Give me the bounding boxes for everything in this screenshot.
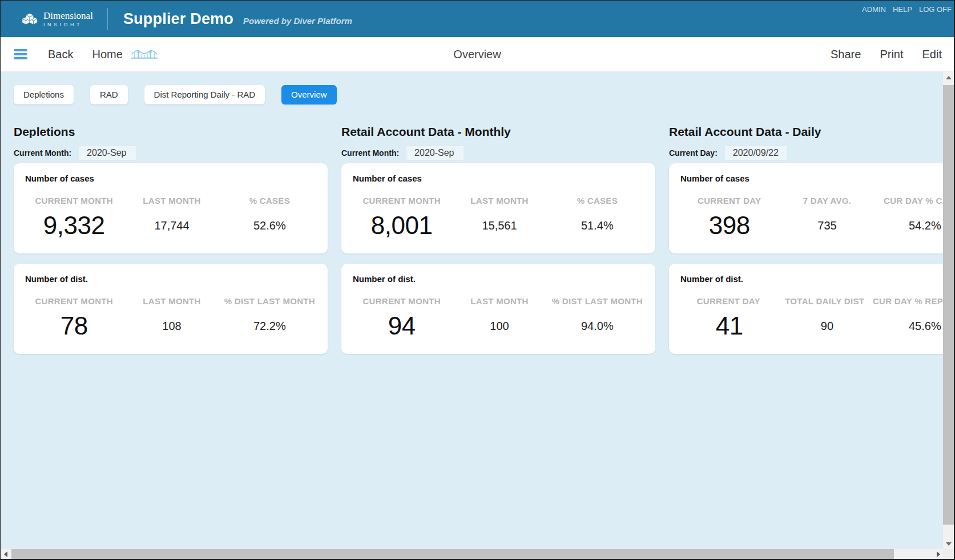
metric-headers: CURRENT DAY7 DAY AVG.CUR DAY % CASES [680,196,943,206]
metric-label: CURRENT DAY [680,296,776,306]
metric-label: CUR DAY % REPORTED [873,296,943,306]
metric-label: CURRENT DAY [680,196,778,206]
metric-headers: CURRENT DAYTOTAL DAILY DISTCUR DAY % REP… [680,296,943,306]
edit-button[interactable]: Edit [922,48,942,61]
metric-values: 419045.6% [680,308,943,344]
metric-label: CURRENT MONTH [353,296,450,306]
vertical-scrollbar-thumb[interactable] [943,85,954,525]
metric-label: LAST MONTH [123,196,220,206]
home-button[interactable]: Home [92,48,122,61]
period-selector-row: Current Month:2020-Sep [341,146,655,160]
metric-value: 54.2% [876,219,943,232]
vertical-scrollbar[interactable] [943,72,954,549]
card-title: Number of dist. [680,274,943,284]
metric-label: LAST MONTH [450,296,548,306]
stacked-cubes-icon [21,11,38,27]
dimensional-insight-logo: Dimensional INSIGHT [21,11,93,27]
card-title: Number of cases [25,174,319,183]
period-label: Current Month: [14,148,71,158]
scroll-right-button[interactable] [933,549,943,559]
metric-label: CURRENT MONTH [25,196,123,206]
period-selector-row: Current Day:2020/09/22 [669,146,943,160]
metric-headers: CURRENT MONTHLAST MONTH% DIST LAST MONTH [25,296,319,306]
metric-value: 735 [778,219,876,232]
period-label: Current Month: [341,148,399,158]
breadcrumb-dist-reporting-daily-rad[interactable]: Dist Reporting Daily - RAD [144,85,265,104]
metric-label: CURRENT MONTH [25,296,123,306]
metric-values: 39873554.2% [680,208,943,243]
metric-values: 9410094.0% [353,308,646,344]
header-link-log-off[interactable]: LOG OFF [919,5,952,14]
metric-value: 15,561 [450,219,548,232]
card-title: Number of cases [353,174,646,183]
scroll-down-button[interactable] [943,538,954,549]
horizontal-scrollbar[interactable] [1,549,943,559]
navbar: Back Home Overview SharePrintEdit [1,37,954,72]
app-title: Supplier Demo [123,10,233,28]
bridge-icon[interactable] [131,48,158,61]
breadcrumb-rad[interactable]: RAD [90,85,128,104]
metric-value: 45.6% [876,320,943,333]
admin-links: ADMINHELPLOG OFF [862,5,952,14]
metric-label: 7 DAY AVG. [778,196,876,206]
period-value-select[interactable]: 2020/09/22 [725,146,787,160]
card-title: Number of dist. [353,274,646,284]
metric-card-number-of-dist: Number of dist.CURRENT MONTHLAST MONTH% … [14,264,328,354]
metric-headers: CURRENT MONTHLAST MONTH% DIST LAST MONTH [353,296,646,306]
column-title: Retail Account Data - Daily [669,125,943,139]
scroll-left-button[interactable] [1,549,10,559]
metric-label: % CASES [549,196,646,206]
metric-card-number-of-dist: Number of dist.CURRENT MONTHLAST MONTH% … [341,264,655,354]
metric-card-number-of-dist: Number of dist.CURRENT DAYTOTAL DAILY DI… [669,264,943,354]
metric-value: 17,744 [123,219,220,232]
scroll-up-button[interactable] [943,72,954,83]
metric-value: 90 [778,320,876,333]
dashboard-columns: DepletionsCurrent Month:2020-SepNumber o… [1,104,943,354]
brand-text: Dimensional INSIGHT [43,11,93,27]
metric-value: 9,332 [25,211,123,240]
metric-value: 78 [25,312,123,340]
period-label: Current Day: [669,148,718,158]
metric-value: 52.6% [221,219,319,232]
metric-value: 108 [123,320,220,333]
card-title: Number of cases [680,174,943,183]
breadcrumb-depletions[interactable]: Depletions [14,85,74,104]
period-selector-row: Current Month:2020-Sep [14,146,328,160]
horizontal-scrollbar-thumb[interactable] [11,549,894,559]
metric-values: 7810872.2% [25,308,319,344]
metric-label: CURRENT MONTH [353,196,450,206]
metric-label: CUR DAY % CASES [876,196,943,206]
print-button[interactable]: Print [880,48,903,61]
header-link-admin[interactable]: ADMIN [862,5,886,14]
back-button[interactable]: Back [48,48,73,61]
metric-label: TOTAL DAILY DIST [776,296,872,306]
dashboard-content: DepletionsRADDist Reporting Daily - RADO… [1,72,943,549]
period-value-select[interactable]: 2020-Sep [406,146,464,160]
metric-values: 8,00115,56151.4% [353,208,646,243]
metric-value: 51.4% [549,219,646,232]
metric-value: 398 [680,211,778,240]
metric-card-number-of-cases: Number of casesCURRENT DAY7 DAY AVG.CUR … [669,163,943,253]
column-title: Depletions [14,125,328,139]
app-header: Dimensional INSIGHT Supplier Demo Powere… [1,1,954,37]
brand-subname: INSIGHT [43,22,93,27]
hamburger-menu-icon[interactable] [14,47,27,61]
metric-label: LAST MONTH [450,196,548,206]
metric-headers: CURRENT MONTHLAST MONTH% CASES [25,196,319,206]
column-depletions: DepletionsCurrent Month:2020-SepNumber o… [14,125,328,354]
metric-label: % CASES [221,196,319,206]
metric-label: % DIST LAST MONTH [549,296,646,306]
card-title: Number of dist. [25,274,319,284]
column-retail-account-data-monthly: Retail Account Data - MonthlyCurrent Mon… [341,125,655,354]
column-title: Retail Account Data - Monthly [341,125,655,139]
header-link-help[interactable]: HELP [893,5,912,14]
column-retail-account-data-daily: Retail Account Data - DailyCurrent Day:2… [669,125,943,354]
metric-value: 94.0% [549,320,646,333]
metric-value: 41 [680,312,778,340]
nav-actions: SharePrintEdit [831,48,942,61]
brand-name: Dimensional [43,11,93,21]
share-button[interactable]: Share [831,48,861,61]
breadcrumb-overview[interactable]: Overview [281,85,337,104]
metric-values: 9,33217,74452.6% [25,208,319,243]
period-value-select[interactable]: 2020-Sep [79,146,136,160]
